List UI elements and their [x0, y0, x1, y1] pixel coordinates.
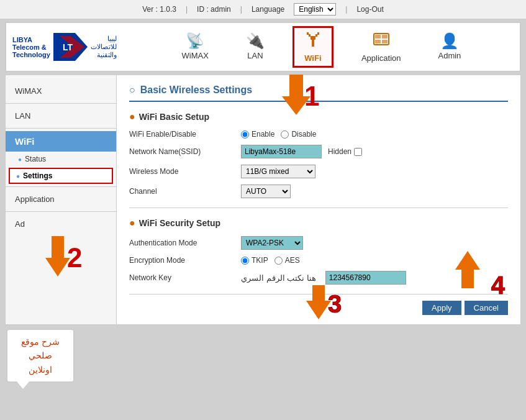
- network-key-input[interactable]: [325, 271, 406, 285]
- nav-wimax[interactable]: 📡 WiMAX: [173, 30, 218, 63]
- logo-icon: LT: [53, 33, 88, 61]
- nav-application[interactable]: Application: [352, 28, 410, 66]
- dot-status: ●: [18, 156, 22, 163]
- section-divider: [129, 208, 508, 208]
- network-key-controls: هنا نكتب الرقم السري: [241, 271, 406, 285]
- button-row: Apply Cancel: [129, 294, 508, 315]
- encryption-row: Encryption Mode TKIP AES: [129, 256, 508, 265]
- divider2: [6, 128, 116, 129]
- auth-mode-select[interactable]: WPA2-PSK: [241, 236, 303, 250]
- header-nav: LIBYATelecom &Technology LT ليبياللاتصال…: [5, 22, 521, 72]
- sidebar-lan[interactable]: LAN: [6, 106, 116, 126]
- sidebar-wifi[interactable]: WiFi: [6, 131, 116, 152]
- nav-wifi[interactable]: WiFi: [292, 26, 333, 68]
- sep3: |: [345, 5, 347, 14]
- hidden-checkbox[interactable]: [354, 148, 362, 156]
- svg-rect-8: [317, 32, 319, 35]
- wireless-mode-controls: 11B/G mixed: [241, 165, 315, 178]
- nav-admin[interactable]: 👤 Admin: [429, 30, 471, 63]
- hidden-label-text: Hidden: [328, 147, 362, 156]
- version-label: Ver : 1.0.3: [142, 5, 176, 14]
- id-label: ID : admin: [197, 5, 231, 14]
- network-name-controls: Hidden: [241, 145, 362, 158]
- wimax-icon: 📡: [186, 34, 204, 48]
- network-key-hint: هنا نكتب الرقم السري: [241, 273, 316, 283]
- wifi-icon: [304, 31, 322, 51]
- watermark-line1: شرح موقع صلحي: [14, 335, 67, 363]
- tkip-radio-label[interactable]: TKIP: [241, 256, 268, 265]
- language-label: Language: [252, 5, 284, 14]
- sidebar-wimax[interactable]: WiMAX: [6, 81, 116, 101]
- channel-select[interactable]: AUTO: [241, 185, 291, 198]
- logo-company: LIBYATelecom &Technology: [12, 36, 50, 58]
- svg-text:LT: LT: [63, 42, 73, 52]
- enable-radio[interactable]: [241, 130, 249, 139]
- svg-rect-7: [307, 32, 309, 35]
- top-bar: Ver : 1.0.3 | ID : admin | Language Engl…: [0, 0, 526, 19]
- sidebar-application[interactable]: Application: [6, 189, 116, 209]
- encryption-controls: TKIP AES: [241, 256, 300, 265]
- svg-rect-13: [375, 40, 381, 43]
- disable-radio-label[interactable]: Disable: [281, 130, 316, 139]
- sidebar-admin[interactable]: Ad: [6, 214, 116, 234]
- basic-setup-title: ● WiFi Basic Setup: [129, 111, 508, 122]
- auth-mode-row: Authentication Mode WPA2-PSK: [129, 236, 508, 250]
- apply-button[interactable]: Apply: [422, 301, 461, 315]
- watermark-box: شرح موقع صلحي اونلاين: [6, 329, 75, 383]
- wifi-enable-row: WiFi Enable/Disable Enable Disable: [129, 130, 508, 139]
- logo-arabic: ليبياللاتصالاتوالتقنية: [91, 35, 117, 59]
- svg-rect-5: [309, 34, 311, 37]
- network-key-row: Network Key هنا نكتب الرقم السري: [129, 271, 508, 285]
- divider3: [6, 186, 116, 187]
- nav-wimax-label: WiMAX: [182, 51, 209, 60]
- svg-rect-6: [315, 34, 317, 37]
- watermark-line2: اونلاين: [14, 363, 67, 377]
- nav-wifi-label: WiFi: [304, 53, 321, 63]
- dot-settings: ●: [16, 173, 20, 180]
- auth-mode-controls: WPA2-PSK: [241, 236, 303, 250]
- svg-rect-14: [382, 40, 388, 43]
- cancel-button[interactable]: Cancel: [465, 301, 508, 315]
- svg-rect-3: [311, 36, 315, 40]
- sep2: |: [240, 5, 242, 14]
- security-setup-title: ● WiFi Security Setup: [129, 217, 508, 229]
- bullet1: ●: [129, 111, 135, 122]
- nav-admin-label: Admin: [438, 51, 461, 60]
- sidebar-status[interactable]: ● Status: [6, 152, 116, 167]
- tkip-radio[interactable]: [241, 257, 249, 265]
- network-name-row: Network Name(SSID) Hidden: [129, 145, 508, 158]
- sidebar: WiMAX LAN WiFi ● Status ● Settings Appli…: [5, 75, 117, 325]
- svg-rect-4: [312, 40, 314, 46]
- network-name-label: Network Name(SSID): [129, 147, 235, 156]
- wifi-enable-label: WiFi Enable/Disable: [129, 130, 235, 139]
- nav-items: 📡 WiMAX 🔌 LAN WiFi: [129, 26, 514, 68]
- encryption-label: Encryption Mode: [129, 256, 235, 265]
- lan-icon: 🔌: [246, 34, 265, 48]
- wireless-mode-label: Wireless Mode: [129, 167, 235, 176]
- divider1: [6, 103, 116, 104]
- auth-mode-label: Authentication Mode: [129, 239, 235, 247]
- logo: LIBYATelecom &Technology LT ليبياللاتصال…: [12, 33, 117, 61]
- content-area: ○ Basic Wireless Settings ● WiFi Basic S…: [117, 75, 521, 325]
- main-layout: WiMAX LAN WiFi ● Status ● Settings Appli…: [5, 75, 521, 325]
- network-key-label: Network Key: [129, 273, 235, 282]
- ssid-input[interactable]: [241, 145, 322, 158]
- svg-rect-12: [382, 35, 388, 39]
- page-title: ○ Basic Wireless Settings: [129, 84, 508, 102]
- language-select[interactable]: English: [294, 3, 336, 16]
- channel-row: Channel AUTO: [129, 185, 508, 198]
- nav-lan[interactable]: 🔌 LAN: [237, 30, 274, 63]
- disable-radio[interactable]: [281, 130, 289, 139]
- wireless-mode-select[interactable]: 11B/G mixed: [241, 165, 315, 178]
- sep1: |: [186, 5, 188, 14]
- logout-link[interactable]: Log-Out: [356, 5, 383, 14]
- aes-radio[interactable]: [274, 257, 283, 265]
- nav-application-label: Application: [361, 53, 401, 63]
- app-icon: [373, 31, 390, 51]
- aes-radio-label[interactable]: AES: [274, 256, 300, 265]
- title-circle: ○: [129, 84, 135, 96]
- bullet2: ●: [129, 217, 135, 229]
- divider4: [6, 211, 116, 212]
- enable-radio-label[interactable]: Enable: [241, 130, 274, 139]
- sidebar-settings[interactable]: ● Settings: [9, 168, 113, 184]
